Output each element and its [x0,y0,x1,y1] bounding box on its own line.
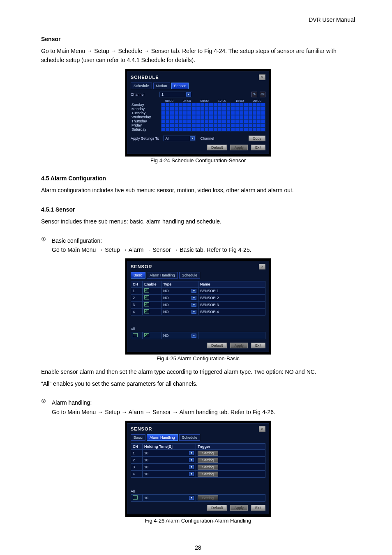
schedule-cell[interactable] [231,127,235,131]
schedule-cell[interactable] [209,103,213,107]
schedule-cell[interactable] [248,119,253,123]
close-icon[interactable]: × [259,426,265,432]
schedule-cell[interactable] [183,111,187,115]
holding-select[interactable]: 10▾ [144,465,194,470]
schedule-cell[interactable] [187,123,191,127]
checkbox-enable[interactable] [144,295,149,299]
schedule-cell[interactable] [244,123,248,127]
schedule-cell[interactable] [178,103,183,107]
schedule-cell[interactable] [205,115,209,119]
schedule-cell[interactable] [261,127,265,131]
schedule-cell[interactable] [187,107,191,111]
schedule-cell[interactable] [183,115,187,119]
schedule-cell[interactable] [178,107,183,111]
schedule-cell[interactable] [235,123,240,127]
schedule-cell[interactable] [218,107,222,111]
schedule-cell[interactable] [187,103,191,107]
schedule-cell[interactable] [257,111,261,115]
schedule-cell[interactable] [226,107,231,111]
exit-button[interactable]: Exit [251,505,265,511]
schedule-cell[interactable] [183,107,187,111]
schedule-cell[interactable] [257,115,261,119]
schedule-cell[interactable] [170,115,174,119]
schedule-cell[interactable] [261,107,265,111]
holding-select[interactable]: 10▾ [144,472,194,477]
schedule-cell[interactable] [252,115,257,119]
schedule-cell[interactable] [183,103,187,107]
schedule-cell[interactable] [244,103,248,107]
schedule-cell[interactable] [200,103,205,107]
schedule-cell[interactable] [239,127,244,131]
cell-name[interactable]: SENSOR 3 [198,302,265,309]
schedule-cell[interactable] [248,107,253,111]
schedule-cell[interactable] [170,111,174,115]
schedule-cell[interactable] [178,119,183,123]
schedule-cell[interactable] [235,119,240,123]
schedule-cell[interactable] [231,123,235,127]
all-trigger-button[interactable]: Setting [198,495,218,500]
schedule-cell[interactable] [209,111,213,115]
schedule-cell[interactable] [205,107,209,111]
schedule-cell[interactable] [244,119,248,123]
schedule-cell[interactable] [261,103,265,107]
schedule-cell[interactable] [235,103,240,107]
schedule-cell[interactable] [170,103,174,107]
schedule-cell[interactable] [222,107,226,111]
schedule-cell[interactable] [218,103,222,107]
tab-basic[interactable]: Basic [131,272,145,279]
schedule-cell[interactable] [244,127,248,131]
schedule-cell[interactable] [222,115,226,119]
schedule-cell[interactable] [196,111,201,115]
schedule-cell[interactable] [183,123,187,127]
type-select[interactable]: NO▾ [163,295,196,300]
schedule-cell[interactable] [161,107,166,111]
schedule-cell[interactable] [235,115,240,119]
schedule-cell[interactable] [213,103,218,107]
schedule-cell[interactable] [191,123,196,127]
schedule-cell[interactable] [261,119,265,123]
schedule-cell[interactable] [252,111,257,115]
schedule-cell[interactable] [222,119,226,123]
schedule-cell[interactable] [226,111,231,115]
type-select[interactable]: NO▾ [163,309,196,314]
schedule-cell[interactable] [161,103,166,107]
schedule-cell[interactable] [170,119,174,123]
schedule-cell[interactable] [248,123,253,127]
apply-button[interactable]: Apply [230,343,248,348]
pencil-icon[interactable] [251,92,257,97]
schedule-cell[interactable] [191,107,196,111]
schedule-cell[interactable] [191,111,196,115]
schedule-cell[interactable] [196,115,201,119]
schedule-cell[interactable] [209,115,213,119]
trigger-button[interactable]: Setting [198,451,218,456]
schedule-cell[interactable] [244,111,248,115]
trigger-button[interactable]: Setting [198,465,218,470]
schedule-cell[interactable] [257,103,261,107]
schedule-cell[interactable] [196,107,201,111]
checkbox-all-master[interactable] [133,495,138,500]
schedule-cell[interactable] [235,127,240,131]
schedule-cell[interactable] [166,127,170,131]
trigger-button[interactable]: Setting [198,458,218,463]
schedule-cell[interactable] [252,107,257,111]
schedule-cell[interactable] [252,119,257,123]
schedule-cell[interactable] [161,119,166,123]
schedule-cell[interactable] [200,107,205,111]
schedule-cell[interactable] [213,107,218,111]
checkbox-enable[interactable] [144,309,149,313]
tab-alarm-handling[interactable]: Alarm Handling [147,434,178,441]
schedule-cell[interactable] [248,127,253,131]
schedule-cell[interactable] [166,111,170,115]
schedule-cell[interactable] [213,111,218,115]
schedule-cell[interactable] [257,127,261,131]
schedule-cell[interactable] [174,119,179,123]
schedule-cell[interactable] [244,107,248,111]
checkbox-all-master[interactable] [133,333,138,337]
close-icon[interactable]: × [259,74,265,80]
schedule-cell[interactable] [166,123,170,127]
schedule-cell[interactable] [222,103,226,107]
schedule-cell[interactable] [200,115,205,119]
holding-select[interactable]: 10▾ [144,451,194,456]
default-button[interactable]: Default [207,343,227,348]
copy-button[interactable]: Copy [249,136,265,141]
